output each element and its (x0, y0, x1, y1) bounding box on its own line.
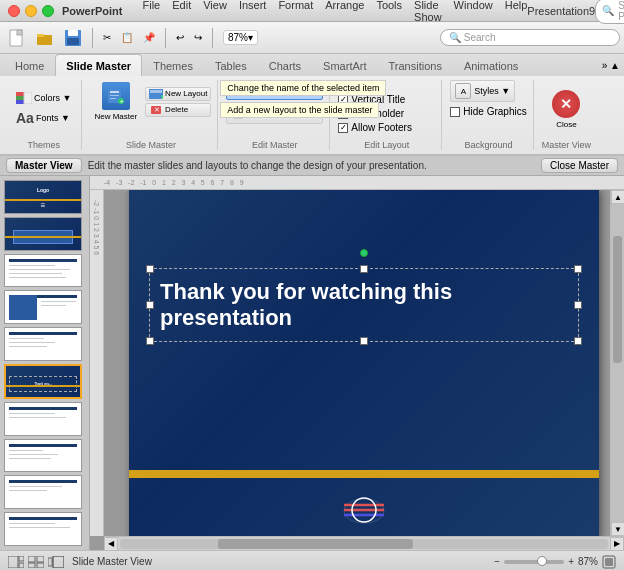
scroll-hthumb[interactable] (218, 539, 413, 549)
zoom-slider-track[interactable] (504, 560, 564, 564)
vertical-title-checkbox[interactable]: ✓ (338, 95, 348, 105)
slide-logo (334, 488, 394, 528)
svg-rect-40 (53, 556, 64, 568)
svg-rect-37 (28, 563, 35, 568)
slide-thumb-8[interactable] (4, 439, 82, 473)
menu-edit[interactable]: Edit (172, 0, 191, 23)
zoom-fit-icon[interactable] (602, 555, 616, 569)
scroll-up-button[interactable]: ▲ (611, 190, 624, 204)
svg-rect-14 (110, 98, 116, 99)
menu-help[interactable]: Help (505, 0, 528, 23)
delete-master-label: Delete (165, 105, 188, 114)
view-filmstrip-icon[interactable] (48, 556, 64, 568)
group-themes: Colors ▼ Aa Fonts ▼ Themes (6, 80, 82, 150)
btn-fonts[interactable]: Aa Fonts ▼ (12, 108, 75, 128)
checkbox-title[interactable]: ✓ Title (338, 80, 370, 91)
tab-smartart[interactable]: SmartArt (312, 54, 377, 76)
svg-rect-25 (233, 110, 243, 118)
allow-footers-checkbox[interactable]: ✓ (338, 123, 348, 133)
slide-canvas[interactable]: Thank you for watching this presentation (129, 190, 599, 536)
scrollbar-horizontal[interactable]: ◀ ▶ (104, 536, 624, 550)
placeholder-checkbox[interactable] (338, 109, 348, 119)
menu-window[interactable]: Window (454, 0, 493, 23)
tab-animations[interactable]: Animations (453, 54, 529, 76)
toolbar: ✂ 📋 📌 ↩ ↪ 87% ▾ 🔍 Search (0, 22, 624, 54)
btn-delete-master[interactable]: ✕ Delete (145, 103, 211, 117)
hide-graphics-checkbox[interactable] (450, 107, 460, 117)
btn-rename[interactable]: Rename Rename (226, 80, 323, 100)
scroll-thumb[interactable] (613, 236, 622, 363)
zoom-minus-btn[interactable]: − (494, 556, 500, 567)
slide-text-box[interactable]: Thank you for watching this presentation (149, 268, 579, 342)
menu-insert[interactable]: Insert (239, 0, 267, 23)
btn-styles[interactable]: A Styles ▼ (450, 80, 515, 102)
tab-charts[interactable]: Charts (258, 54, 312, 76)
slide-thumb-1[interactable]: ≡ Logo (4, 180, 82, 214)
svg-rect-5 (68, 30, 78, 36)
close-button[interactable] (8, 5, 20, 17)
slide-thumb-2[interactable] (4, 217, 82, 251)
maximize-button[interactable] (42, 5, 54, 17)
tab-themes[interactable]: Themes (142, 54, 204, 76)
toolbar-search[interactable]: 🔍 Search (440, 29, 620, 46)
canvas-area: -4 -3 -2 -1 0 1 2 3 4 5 6 7 8 9 -2 -1 0 … (90, 176, 624, 550)
menu-view[interactable]: View (203, 0, 227, 23)
placeholder-label: Placeholder (351, 108, 404, 119)
checkbox-hide-graphics[interactable]: Hide Graphics (450, 106, 526, 117)
menu-file[interactable]: File (143, 0, 161, 23)
new-master-label: New Master (94, 112, 137, 121)
toolbar-undo[interactable]: ↩ (172, 30, 188, 45)
close-master-button[interactable]: Close Master (541, 158, 618, 173)
slide-thumb-3[interactable] (4, 254, 82, 288)
search-box[interactable]: 🔍 Search in Presentation (595, 0, 624, 24)
minimize-button[interactable] (25, 5, 37, 17)
btn-colors[interactable]: Colors ▼ (12, 90, 75, 106)
slide-thumb-5[interactable] (4, 327, 82, 361)
menu-arrange[interactable]: Arrange (325, 0, 364, 23)
tab-home[interactable]: Home (4, 54, 55, 76)
ribbon-expand[interactable]: » ▲ (602, 54, 624, 76)
view-grid-icon[interactable] (28, 556, 44, 568)
tab-transitions[interactable]: Transitions (378, 54, 453, 76)
colors-label: Colors ▼ (34, 93, 71, 103)
zoom-value: 87% (228, 32, 248, 43)
toolbar-redo[interactable]: ↪ (190, 30, 206, 45)
svg-rect-35 (28, 556, 35, 562)
slide-thumb-9[interactable] (4, 475, 82, 509)
btn-new-master[interactable]: + New Master (90, 80, 141, 123)
rename-label: Rename (249, 85, 284, 95)
toolbar-copy[interactable]: 📋 (117, 30, 137, 45)
slide-thumb-10[interactable] (4, 512, 82, 546)
checkbox-placeholder[interactable]: Placeholder (338, 108, 404, 119)
slide-thumb-4[interactable] (4, 290, 82, 324)
slide-thumb-6[interactable]: Thank you... (4, 364, 82, 399)
toolbar-new[interactable] (4, 27, 30, 49)
scroll-right-button[interactable]: ▶ (610, 537, 624, 551)
toolbar-open[interactable] (32, 27, 58, 49)
btn-new-layout[interactable]: + New Layout (145, 87, 211, 101)
tab-tables[interactable]: Tables (204, 54, 258, 76)
btn-delete-layout[interactable]: Delete (226, 104, 323, 124)
zoom-display[interactable]: 87% ▾ (223, 30, 258, 45)
toolbar-paste[interactable]: 📌 (139, 30, 159, 45)
slide-thumb-7[interactable] (4, 402, 82, 436)
scroll-down-button[interactable]: ▼ (611, 522, 624, 536)
toolbar-save[interactable] (60, 27, 86, 49)
btn-close-master[interactable]: ✕ Close (548, 88, 584, 131)
zoom-slider-thumb[interactable] (537, 556, 547, 566)
scrollbar-vertical[interactable]: ▲ ▼ (610, 190, 624, 536)
menu-slideshow[interactable]: Slide Show (414, 0, 442, 23)
checkbox-allow-footers[interactable]: ✓ Allow Footers (338, 122, 412, 133)
master-view-button[interactable]: Master View (6, 158, 82, 173)
menu-format[interactable]: Format (278, 0, 313, 23)
scroll-left-button[interactable]: ◀ (104, 537, 118, 551)
group-slide-master-label: Slide Master (90, 138, 211, 150)
menu-tools[interactable]: Tools (376, 0, 402, 23)
view-normal-icon[interactable] (8, 556, 24, 568)
svg-rect-3 (37, 34, 44, 37)
toolbar-cut[interactable]: ✂ (99, 30, 115, 45)
zoom-plus-btn[interactable]: + (568, 556, 574, 567)
title-checkbox[interactable]: ✓ (338, 81, 348, 91)
tab-slide-master[interactable]: Slide Master (55, 54, 142, 76)
checkbox-vertical-title[interactable]: ✓ Vertical Title (338, 94, 405, 105)
